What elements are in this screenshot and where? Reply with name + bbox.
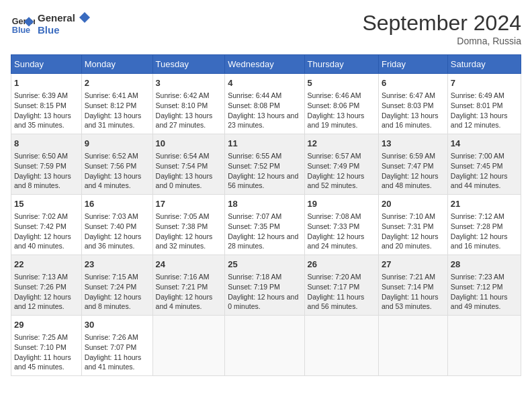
calendar-cell: 14Sunrise: 7:00 AMSunset: 7:45 PMDayligh… — [447, 134, 521, 195]
daylight-text: Daylight: 13 hours and 23 minutes. — [228, 111, 301, 130]
daylight-text: Daylight: 12 hours and 52 minutes. — [308, 171, 375, 191]
sunrise-text: Sunrise: 6:52 AM — [85, 151, 150, 161]
sunrise-text: Sunrise: 7:05 AM — [156, 212, 222, 222]
sunset-text: Sunset: 7:14 PM — [382, 282, 445, 292]
day-number: 12 — [308, 138, 375, 150]
daylight-text: Daylight: 12 hours and 8 minutes. — [85, 292, 150, 312]
calendar-week-row: 1Sunrise: 6:39 AMSunset: 8:15 PMDaylight… — [11, 74, 521, 134]
calendar-cell: 27Sunrise: 7:21 AMSunset: 7:14 PMDayligh… — [378, 255, 447, 316]
daylight-text: Daylight: 13 hours and 0 minutes. — [156, 171, 222, 191]
sunrise-text: Sunrise: 7:00 AM — [451, 151, 518, 161]
header-thursday: Thursday — [304, 55, 378, 74]
calendar-week-row: 29Sunrise: 7:25 AMSunset: 7:10 PMDayligh… — [11, 316, 521, 376]
day-number: 26 — [308, 259, 375, 271]
sunset-text: Sunset: 7:59 PM — [14, 161, 79, 171]
sunset-text: Sunset: 7:26 PM — [14, 282, 79, 292]
daylight-text: Daylight: 12 hours and 12 minutes. — [14, 292, 79, 312]
day-number: 28 — [451, 259, 518, 271]
calendar-cell: 20Sunrise: 7:10 AMSunset: 7:31 PMDayligh… — [378, 195, 447, 255]
sunset-text: Sunset: 8:06 PM — [308, 101, 375, 111]
sunrise-text: Sunrise: 7:16 AM — [156, 272, 222, 282]
svg-text:Blue: Blue — [12, 26, 30, 35]
daylight-text: Daylight: 13 hours and 31 minutes. — [85, 111, 150, 130]
day-number: 27 — [382, 259, 445, 271]
logo: General Blue General Blue — [11, 11, 91, 38]
sunrise-text: Sunrise: 7:20 AM — [308, 272, 375, 282]
calendar-cell: 12Sunrise: 6:57 AMSunset: 7:49 PMDayligh… — [304, 134, 378, 195]
calendar-cell: 11Sunrise: 6:55 AMSunset: 7:52 PMDayligh… — [225, 134, 304, 195]
day-number: 10 — [156, 138, 222, 150]
header-friday: Friday — [378, 55, 447, 74]
sunrise-text: Sunrise: 6:42 AM — [156, 91, 222, 101]
sunset-text: Sunset: 7:28 PM — [451, 222, 518, 232]
calendar-cell — [152, 316, 225, 376]
daylight-text: Daylight: 13 hours and 12 minutes. — [451, 111, 518, 130]
day-number: 15 — [14, 198, 79, 210]
day-number: 17 — [156, 198, 222, 210]
sunset-text: Sunset: 7:35 PM — [228, 222, 301, 232]
calendar-cell: 4Sunrise: 6:44 AMSunset: 8:08 PMDaylight… — [225, 74, 304, 134]
sunrise-text: Sunrise: 6:44 AM — [228, 91, 301, 101]
day-number: 18 — [228, 198, 301, 210]
daylight-text: Daylight: 12 hours and 4 minutes. — [156, 292, 222, 312]
daylight-text: Daylight: 13 hours and 8 minutes. — [14, 171, 79, 191]
sunset-text: Sunset: 8:10 PM — [156, 101, 222, 111]
daylight-text: Daylight: 11 hours and 53 minutes. — [382, 292, 445, 312]
calendar-cell: 8Sunrise: 6:50 AMSunset: 7:59 PMDaylight… — [11, 134, 82, 195]
sunset-text: Sunset: 7:45 PM — [451, 161, 518, 171]
day-number: 8 — [14, 138, 79, 150]
header-sunday: Sunday — [11, 55, 82, 74]
sunrise-text: Sunrise: 6:47 AM — [382, 91, 445, 101]
day-number: 19 — [308, 198, 375, 210]
day-number: 2 — [85, 77, 150, 89]
calendar-cell: 16Sunrise: 7:03 AMSunset: 7:40 PMDayligh… — [81, 195, 152, 255]
daylight-text: Daylight: 13 hours and 4 minutes. — [85, 171, 150, 191]
day-number: 25 — [228, 259, 301, 271]
sunrise-text: Sunrise: 7:08 AM — [308, 212, 375, 222]
sunrise-text: Sunrise: 6:57 AM — [308, 151, 375, 161]
calendar-cell: 10Sunrise: 6:54 AMSunset: 7:54 PMDayligh… — [152, 134, 225, 195]
calendar-cell: 2Sunrise: 6:41 AMSunset: 8:12 PMDaylight… — [81, 74, 152, 134]
calendar-cell — [378, 316, 447, 376]
sunrise-text: Sunrise: 6:46 AM — [308, 91, 375, 101]
sunrise-text: Sunrise: 6:55 AM — [228, 151, 301, 161]
daylight-text: Daylight: 11 hours and 41 minutes. — [85, 353, 150, 372]
sunrise-text: Sunrise: 7:07 AM — [228, 212, 301, 222]
daylight-text: Daylight: 11 hours and 49 minutes. — [451, 292, 518, 312]
logo-icon: General Blue — [11, 12, 35, 36]
calendar-cell — [225, 316, 304, 376]
calendar-table: SundayMondayTuesdayWednesdayThursdayFrid… — [11, 54, 521, 376]
sunset-text: Sunset: 7:31 PM — [382, 222, 445, 232]
day-number: 3 — [156, 77, 222, 89]
svg-marker-4 — [79, 12, 90, 23]
calendar-cell: 13Sunrise: 6:59 AMSunset: 7:47 PMDayligh… — [378, 134, 447, 195]
day-number: 1 — [14, 77, 79, 89]
calendar-cell — [304, 316, 378, 376]
sunset-text: Sunset: 8:08 PM — [228, 101, 301, 111]
sunrise-text: Sunrise: 6:41 AM — [85, 91, 150, 101]
header-monday: Monday — [81, 55, 152, 74]
sunset-text: Sunset: 7:24 PM — [85, 282, 150, 292]
month-title: September 2024 — [362, 11, 521, 36]
calendar-cell: 23Sunrise: 7:15 AMSunset: 7:24 PMDayligh… — [81, 255, 152, 316]
sunset-text: Sunset: 8:12 PM — [85, 101, 150, 111]
calendar-week-row: 15Sunrise: 7:02 AMSunset: 7:42 PMDayligh… — [11, 195, 521, 255]
day-number: 5 — [308, 77, 375, 89]
calendar-week-row: 22Sunrise: 7:13 AMSunset: 7:26 PMDayligh… — [11, 255, 521, 316]
day-number: 6 — [382, 77, 445, 89]
sunrise-text: Sunrise: 6:49 AM — [451, 91, 518, 101]
calendar-cell: 6Sunrise: 6:47 AMSunset: 8:03 PMDaylight… — [378, 74, 447, 134]
daylight-text: Daylight: 12 hours and 0 minutes. — [228, 292, 301, 312]
sunset-text: Sunset: 7:19 PM — [228, 282, 301, 292]
calendar-cell: 18Sunrise: 7:07 AMSunset: 7:35 PMDayligh… — [225, 195, 304, 255]
daylight-text: Daylight: 11 hours and 45 minutes. — [14, 353, 79, 372]
sunrise-text: Sunrise: 6:54 AM — [156, 151, 222, 161]
daylight-text: Daylight: 12 hours and 16 minutes. — [451, 232, 518, 251]
sunrise-text: Sunrise: 7:13 AM — [14, 272, 79, 282]
sunrise-text: Sunrise: 7:10 AM — [382, 212, 445, 222]
sunrise-text: Sunrise: 6:39 AM — [14, 91, 79, 101]
calendar-cell: 21Sunrise: 7:12 AMSunset: 7:28 PMDayligh… — [447, 195, 521, 255]
daylight-text: Daylight: 12 hours and 44 minutes. — [451, 171, 518, 191]
daylight-text: Daylight: 13 hours and 16 minutes. — [382, 111, 445, 130]
calendar-cell: 30Sunrise: 7:26 AMSunset: 7:07 PMDayligh… — [81, 316, 152, 376]
